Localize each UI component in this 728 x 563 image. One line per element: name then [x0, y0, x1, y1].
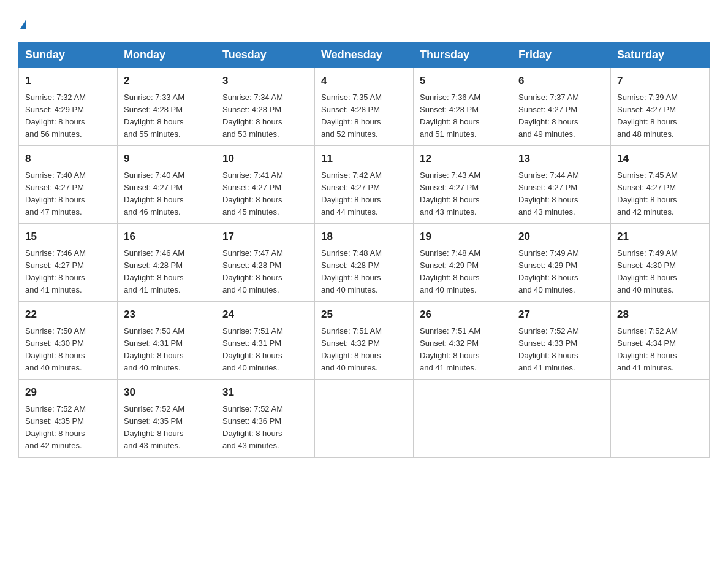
empty-cell: [315, 380, 414, 458]
day-info: Sunrise: 7:51 AMSunset: 4:31 PMDaylight:…: [222, 325, 308, 375]
day-number: 2: [124, 73, 210, 89]
day-info: Sunrise: 7:51 AMSunset: 4:32 PMDaylight:…: [321, 325, 407, 375]
day-info: Sunrise: 7:51 AMSunset: 4:32 PMDaylight:…: [420, 325, 506, 375]
calendar-day-31: 31Sunrise: 7:52 AMSunset: 4:36 PMDayligh…: [216, 380, 315, 458]
calendar-day-7: 7Sunrise: 7:39 AMSunset: 4:27 PMDaylight…: [611, 68, 710, 146]
day-header-sunday: Sunday: [19, 42, 118, 68]
day-info: Sunrise: 7:45 AMSunset: 4:27 PMDaylight:…: [617, 169, 703, 219]
calendar-day-20: 20Sunrise: 7:49 AMSunset: 4:29 PMDayligh…: [512, 224, 611, 302]
calendar-day-10: 10Sunrise: 7:41 AMSunset: 4:27 PMDayligh…: [216, 146, 315, 224]
calendar-day-15: 15Sunrise: 7:46 AMSunset: 4:27 PMDayligh…: [19, 224, 118, 302]
day-number: 28: [617, 307, 703, 323]
day-number: 16: [124, 229, 210, 245]
day-number: 1: [25, 73, 111, 89]
calendar-day-22: 22Sunrise: 7:50 AMSunset: 4:30 PMDayligh…: [19, 302, 118, 380]
day-info: Sunrise: 7:33 AMSunset: 4:28 PMDaylight:…: [124, 91, 210, 141]
calendar-day-28: 28Sunrise: 7:52 AMSunset: 4:34 PMDayligh…: [611, 302, 710, 380]
day-number: 15: [25, 229, 111, 245]
day-number: 20: [518, 229, 604, 245]
day-number: 19: [420, 229, 506, 245]
calendar-day-19: 19Sunrise: 7:48 AMSunset: 4:29 PMDayligh…: [414, 224, 512, 302]
calendar-day-1: 1Sunrise: 7:32 AMSunset: 4:29 PMDaylight…: [19, 68, 118, 146]
day-info: Sunrise: 7:40 AMSunset: 4:27 PMDaylight:…: [25, 169, 111, 219]
page-header: [18, 12, 710, 29]
day-header-monday: Monday: [118, 42, 216, 68]
calendar-day-8: 8Sunrise: 7:40 AMSunset: 4:27 PMDaylight…: [19, 146, 118, 224]
calendar-week-5: 29Sunrise: 7:52 AMSunset: 4:35 PMDayligh…: [19, 380, 710, 458]
day-number: 21: [617, 229, 703, 245]
day-number: 5: [420, 73, 506, 89]
day-header-thursday: Thursday: [414, 42, 512, 68]
calendar-day-24: 24Sunrise: 7:51 AMSunset: 4:31 PMDayligh…: [216, 302, 315, 380]
day-number: 22: [25, 307, 111, 323]
calendar-table: SundayMondayTuesdayWednesdayThursdayFrid…: [18, 42, 710, 458]
day-number: 8: [25, 151, 111, 167]
day-info: Sunrise: 7:50 AMSunset: 4:31 PMDaylight:…: [124, 325, 210, 375]
day-number: 13: [518, 151, 604, 167]
calendar-day-12: 12Sunrise: 7:43 AMSunset: 4:27 PMDayligh…: [414, 146, 512, 224]
calendar-header-row: SundayMondayTuesdayWednesdayThursdayFrid…: [19, 42, 710, 68]
calendar-day-17: 17Sunrise: 7:47 AMSunset: 4:28 PMDayligh…: [216, 224, 315, 302]
logo: [18, 12, 26, 29]
calendar-day-13: 13Sunrise: 7:44 AMSunset: 4:27 PMDayligh…: [512, 146, 611, 224]
day-number: 26: [420, 307, 506, 323]
day-header-wednesday: Wednesday: [315, 42, 414, 68]
calendar-day-6: 6Sunrise: 7:37 AMSunset: 4:27 PMDaylight…: [512, 68, 611, 146]
day-number: 3: [222, 73, 308, 89]
day-number: 9: [124, 151, 210, 167]
day-number: 10: [222, 151, 308, 167]
day-info: Sunrise: 7:48 AMSunset: 4:28 PMDaylight:…: [321, 247, 407, 297]
logo-triangle-icon: [20, 19, 26, 29]
calendar-week-3: 15Sunrise: 7:46 AMSunset: 4:27 PMDayligh…: [19, 224, 710, 302]
day-info: Sunrise: 7:44 AMSunset: 4:27 PMDaylight:…: [518, 169, 604, 219]
day-number: 11: [321, 151, 407, 167]
day-info: Sunrise: 7:42 AMSunset: 4:27 PMDaylight:…: [321, 169, 407, 219]
day-info: Sunrise: 7:39 AMSunset: 4:27 PMDaylight:…: [617, 91, 703, 141]
day-info: Sunrise: 7:52 AMSunset: 4:35 PMDaylight:…: [25, 403, 111, 453]
empty-cell: [611, 380, 710, 458]
day-number: 6: [518, 73, 604, 89]
calendar-day-21: 21Sunrise: 7:49 AMSunset: 4:30 PMDayligh…: [611, 224, 710, 302]
day-info: Sunrise: 7:34 AMSunset: 4:28 PMDaylight:…: [222, 91, 308, 141]
day-info: Sunrise: 7:37 AMSunset: 4:27 PMDaylight:…: [518, 91, 604, 141]
day-info: Sunrise: 7:41 AMSunset: 4:27 PMDaylight:…: [222, 169, 308, 219]
calendar-day-5: 5Sunrise: 7:36 AMSunset: 4:28 PMDaylight…: [414, 68, 512, 146]
calendar-day-4: 4Sunrise: 7:35 AMSunset: 4:28 PMDaylight…: [315, 68, 414, 146]
day-number: 30: [124, 385, 210, 400]
day-info: Sunrise: 7:52 AMSunset: 4:35 PMDaylight:…: [124, 403, 210, 453]
day-info: Sunrise: 7:52 AMSunset: 4:33 PMDaylight:…: [518, 325, 604, 375]
day-number: 27: [518, 307, 604, 323]
day-number: 4: [321, 73, 407, 89]
day-info: Sunrise: 7:46 AMSunset: 4:27 PMDaylight:…: [25, 247, 111, 297]
day-info: Sunrise: 7:40 AMSunset: 4:27 PMDaylight:…: [124, 169, 210, 219]
calendar-day-3: 3Sunrise: 7:34 AMSunset: 4:28 PMDaylight…: [216, 68, 315, 146]
calendar-day-23: 23Sunrise: 7:50 AMSunset: 4:31 PMDayligh…: [118, 302, 216, 380]
day-info: Sunrise: 7:49 AMSunset: 4:29 PMDaylight:…: [518, 247, 604, 297]
day-number: 17: [222, 229, 308, 245]
day-info: Sunrise: 7:52 AMSunset: 4:34 PMDaylight:…: [617, 325, 703, 375]
day-header-tuesday: Tuesday: [216, 42, 315, 68]
day-number: 18: [321, 229, 407, 245]
calendar-day-30: 30Sunrise: 7:52 AMSunset: 4:35 PMDayligh…: [118, 380, 216, 458]
calendar-day-25: 25Sunrise: 7:51 AMSunset: 4:32 PMDayligh…: [315, 302, 414, 380]
calendar-week-1: 1Sunrise: 7:32 AMSunset: 4:29 PMDaylight…: [19, 68, 710, 146]
calendar-day-2: 2Sunrise: 7:33 AMSunset: 4:28 PMDaylight…: [118, 68, 216, 146]
day-info: Sunrise: 7:43 AMSunset: 4:27 PMDaylight:…: [420, 169, 506, 219]
day-header-saturday: Saturday: [611, 42, 710, 68]
day-number: 23: [124, 307, 210, 323]
day-info: Sunrise: 7:35 AMSunset: 4:28 PMDaylight:…: [321, 91, 407, 141]
calendar-day-29: 29Sunrise: 7:52 AMSunset: 4:35 PMDayligh…: [19, 380, 118, 458]
empty-cell: [512, 380, 611, 458]
calendar-day-18: 18Sunrise: 7:48 AMSunset: 4:28 PMDayligh…: [315, 224, 414, 302]
day-info: Sunrise: 7:49 AMSunset: 4:30 PMDaylight:…: [617, 247, 703, 297]
day-number: 14: [617, 151, 703, 167]
day-number: 25: [321, 307, 407, 323]
calendar-day-11: 11Sunrise: 7:42 AMSunset: 4:27 PMDayligh…: [315, 146, 414, 224]
day-info: Sunrise: 7:32 AMSunset: 4:29 PMDaylight:…: [25, 91, 111, 141]
calendar-day-16: 16Sunrise: 7:46 AMSunset: 4:28 PMDayligh…: [118, 224, 216, 302]
day-info: Sunrise: 7:36 AMSunset: 4:28 PMDaylight:…: [420, 91, 506, 141]
day-info: Sunrise: 7:50 AMSunset: 4:30 PMDaylight:…: [25, 325, 111, 375]
calendar-day-14: 14Sunrise: 7:45 AMSunset: 4:27 PMDayligh…: [611, 146, 710, 224]
day-number: 24: [222, 307, 308, 323]
calendar-day-26: 26Sunrise: 7:51 AMSunset: 4:32 PMDayligh…: [414, 302, 512, 380]
